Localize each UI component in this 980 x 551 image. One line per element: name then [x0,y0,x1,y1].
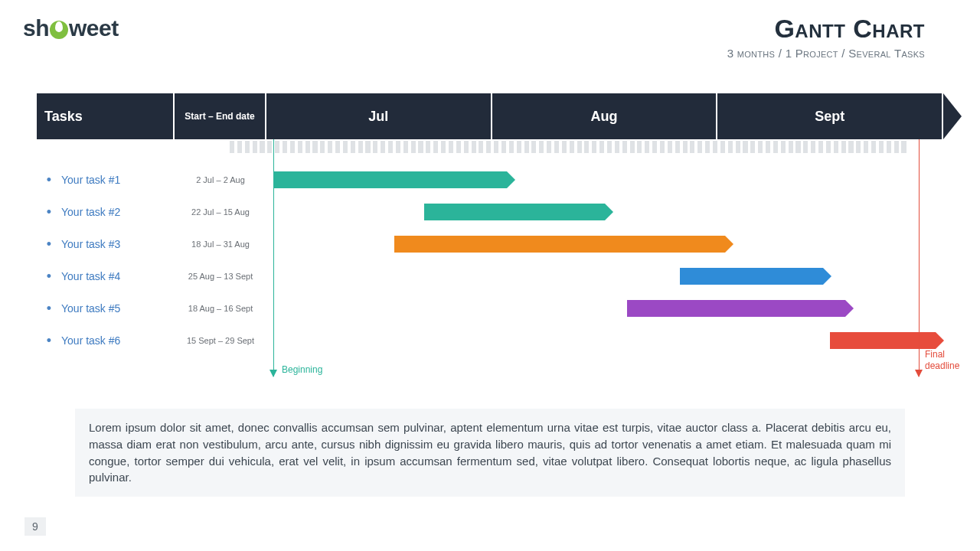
task-row: •Your task #222 Jul – 15 Aug [37,196,943,228]
start-marker-label: Beginning [282,364,322,375]
header-month-jul: Jul [266,93,492,139]
task-bar [680,268,823,285]
task-bar-area [266,171,943,189]
task-dates: 18 Aug – 16 Sept [175,304,266,313]
leaf-icon [50,21,68,39]
task-dates: 25 Aug – 13 Sept [175,272,266,281]
end-marker-label: Final deadline [925,349,959,372]
gantt-chart: Tasks Start – End date Jul Aug Sept •You… [37,93,943,357]
task-row: •Your task #318 Jul – 31 Aug [37,228,943,260]
title-block: Gantt Chart 3 months / 1 Project / Sever… [727,14,925,60]
task-name: Your task #5 [61,302,175,315]
gantt-rows: •Your task #12 Jul – 2 Aug•Your task #22… [37,164,943,357]
start-marker-line [273,139,274,377]
bullet-icon: • [37,205,61,219]
task-dates: 18 Jul – 31 Aug [175,240,266,249]
body-text: Lorem ipsum dolor sit amet, donec conval… [75,409,905,497]
logo-prefix: sh [23,15,49,41]
task-bar-area [266,331,943,350]
task-row: •Your task #12 Jul – 2 Aug [37,164,943,196]
task-dates: 22 Jul – 15 Aug [175,207,266,217]
task-bar [394,236,725,253]
page-number: 9 [24,517,46,536]
header-month-aug: Aug [492,93,718,139]
task-bar [274,171,507,188]
bullet-icon: • [37,302,61,315]
logo-suffix: weet [69,15,119,41]
task-name: Your task #3 [61,238,175,250]
task-name: Your task #6 [61,334,175,347]
bullet-icon: • [37,269,61,283]
header-month-sept: Sept [717,93,943,139]
bullet-icon: • [37,173,61,187]
task-bar [424,204,605,220]
task-bar-area [266,299,943,318]
end-marker-line [919,139,920,377]
day-ticks [230,141,906,153]
task-row: •Your task #425 Aug – 13 Sept [37,260,943,292]
task-name: Your task #1 [61,174,175,186]
bullet-icon: • [37,334,61,347]
task-name: Your task #4 [61,270,175,282]
gantt-header: Tasks Start – End date Jul Aug Sept [37,93,943,139]
page-title: Gantt Chart [727,14,925,44]
task-dates: 2 Jul – 2 Aug [175,175,266,184]
task-bar-area [266,235,943,253]
task-bar [830,332,936,349]
task-dates: 15 Sept – 29 Sept [175,336,266,345]
task-row: •Your task #615 Sept – 29 Sept [37,324,943,357]
task-bar [627,300,845,317]
header-tasks-col: Tasks [37,93,175,139]
task-name: Your task #2 [61,206,175,218]
page-subtitle: 3 months / 1 Project / Several Tasks [727,47,925,60]
chevron-right-icon [943,93,962,139]
logo: shweet [23,15,119,41]
header-dates-col: Start – End date [175,93,266,139]
task-bar-area [266,203,943,221]
task-row: •Your task #518 Aug – 16 Sept [37,292,943,324]
bullet-icon: • [37,237,61,251]
task-bar-area [266,267,943,285]
